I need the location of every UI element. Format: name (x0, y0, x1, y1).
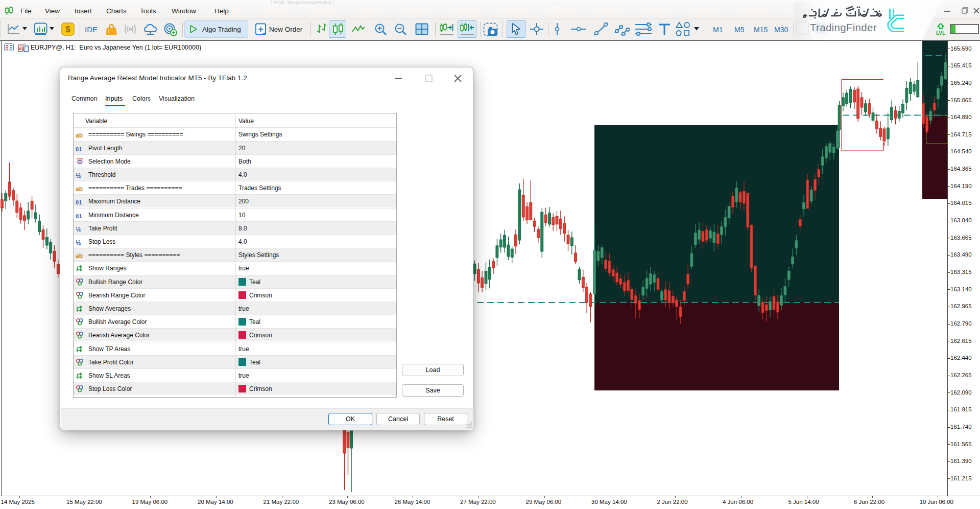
svg-text:$: $ (65, 25, 70, 34)
svg-text:LVL: LVL (936, 30, 945, 36)
